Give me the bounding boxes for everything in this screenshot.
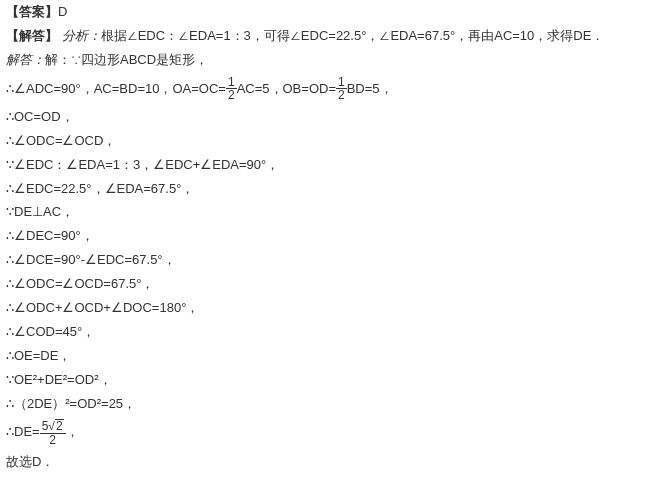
frac-num: 1 — [226, 76, 237, 90]
step-4a: ∴∠ADC=90°，AC=BD=10，OA=OC= — [6, 80, 226, 95]
step-line-4: ∴∠ADC=90°，AC=BD=10，OA=OC=12AC=5，OB=OD=12… — [6, 76, 655, 102]
step-line-15: ∴OE=DE， — [6, 348, 655, 365]
frac-den: 2 — [226, 89, 237, 102]
frac-de-num: 5√2 — [40, 419, 66, 434]
step-line-14: ∴∠COD=45°， — [6, 324, 655, 341]
step-line-6: ∴∠ODC=∠OCD， — [6, 133, 655, 150]
step-line-16: ∵OE²+DE²=OD²， — [6, 372, 655, 389]
step-18b: ， — [66, 424, 79, 439]
sqrt-radicand: 2 — [55, 419, 64, 433]
step-4c: BD=5， — [347, 80, 393, 95]
step-line-11: ∴∠DCE=90°-∠EDC=67.5°， — [6, 252, 655, 269]
step-18a: ∴DE= — [6, 424, 40, 439]
step-4b: AC=5，OB=OD= — [237, 80, 336, 95]
step-line-18: ∴DE=5√22， — [6, 419, 655, 446]
step-line-17: ∴（2DE）²=OD²=25， — [6, 396, 655, 413]
solution-text-1: 解：∵四边形ABCD是矩形， — [45, 52, 208, 67]
frac-de-den: 2 — [40, 434, 66, 447]
fraction-half-1: 12 — [226, 76, 237, 102]
step-line-5: ∴OC=OD， — [6, 109, 655, 126]
frac-num: 1 — [336, 76, 347, 90]
frac-den: 2 — [336, 89, 347, 102]
de-num-5: 5 — [42, 419, 49, 433]
fraction-de: 5√22 — [40, 419, 66, 446]
solution-label: 解答： — [6, 52, 45, 67]
analysis-label: 分析： — [62, 28, 101, 43]
answer-value: D — [58, 4, 67, 19]
answer-line: 【答案】D — [6, 4, 655, 21]
step-line-7: ∵∠EDC：∠EDA=1：3，∠EDC+∠EDA=90°， — [6, 157, 655, 174]
sqrt-icon: √2 — [48, 419, 63, 433]
step-line-9: ∵DE⊥AC， — [6, 204, 655, 221]
answer-label: 【答案】 — [6, 4, 58, 19]
analysis-line: 【解答】 分析：根据∠EDC：∠EDA=1：3，可得∠EDC=22.5°，∠ED… — [6, 28, 655, 45]
explain-label: 【解答】 — [6, 28, 58, 43]
solution-start-line: 解答：解：∵四边形ABCD是矩形， — [6, 52, 655, 69]
conclusion-line: 故选D． — [6, 454, 655, 471]
math-solution-document: 【答案】D 【解答】 分析：根据∠EDC：∠EDA=1：3，可得∠EDC=22.… — [0, 0, 661, 482]
step-line-8: ∴∠EDC=22.5°，∠EDA=67.5°， — [6, 181, 655, 198]
step-line-13: ∴∠ODC+∠OCD+∠DOC=180°， — [6, 300, 655, 317]
step-line-12: ∴∠ODC=∠OCD=67.5°， — [6, 276, 655, 293]
fraction-half-2: 12 — [336, 76, 347, 102]
analysis-text: 根据∠EDC：∠EDA=1：3，可得∠EDC=22.5°，∠EDA=67.5°，… — [101, 28, 605, 43]
step-line-10: ∴∠DEC=90°， — [6, 228, 655, 245]
